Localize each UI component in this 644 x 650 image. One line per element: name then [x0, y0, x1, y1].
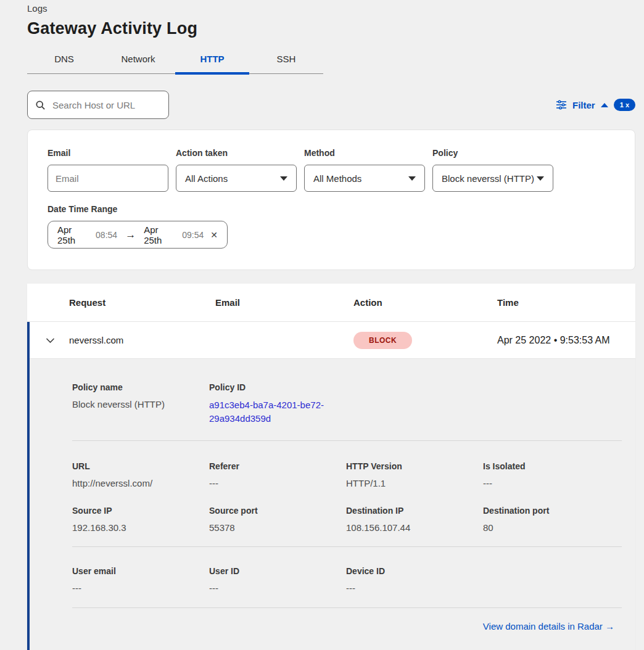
user-email-label: User email [72, 566, 209, 576]
start-time: 08:54 [96, 230, 117, 240]
policy-name-label: Policy name [72, 382, 209, 392]
policy-section: Policy name Block neverssl (HTTP) Policy… [72, 382, 622, 426]
request-section-row2: Source IP 192.168.30.3 Source port 55378… [72, 506, 622, 534]
gateway-activity-log-page: Logs Gateway Activity Log DNS Network HT… [0, 0, 644, 650]
activity-log-table: Request Email Action Time neverssl.com B… [27, 284, 635, 650]
policy-id-label: Policy ID [209, 382, 346, 392]
tab-network[interactable]: Network [101, 54, 175, 73]
email-filter-input[interactable] [47, 165, 168, 192]
email-filter-label: Email [47, 148, 168, 158]
filter-toggle-button[interactable]: Filter [572, 100, 595, 110]
user-id-value: --- [209, 582, 346, 594]
column-header-request: Request [69, 297, 215, 308]
policy-id-link[interactable]: a91c3eb4-ba7a-4201-be72-29a934dd359d [209, 398, 326, 426]
view-domain-radar-link[interactable]: View domain details in Radar → [483, 621, 614, 631]
search-icon [35, 100, 46, 110]
destination-port-item: Destination port 80 [483, 506, 622, 534]
table-header-row: Request Email Action Time [27, 284, 635, 322]
destination-port-label: Destination port [483, 506, 622, 516]
radar-link-row: View domain details in Radar → [72, 621, 622, 632]
row-details-panel: Policy name Block neverssl (HTTP) Policy… [30, 359, 635, 650]
action-taken-field: Action taken All Actions [176, 148, 297, 192]
url-label: URL [72, 461, 209, 471]
source-ip-label: Source IP [72, 506, 209, 516]
referer-value: --- [209, 477, 346, 490]
user-email-value: --- [72, 582, 209, 594]
http-version-label: HTTP Version [346, 461, 483, 471]
date-time-range-label: Date Time Range [47, 204, 615, 214]
url-item: URL http://neverssl.com/ [72, 461, 209, 490]
is-isolated-label: Is Isolated [483, 461, 622, 471]
row-request: neverssl.com [69, 335, 215, 345]
tab-dns[interactable]: DNS [27, 54, 101, 73]
filter-count-badge[interactable]: 1 x [614, 99, 635, 111]
table-row[interactable]: neverssl.com BLOCK Apr 25 2022 • 9:53:53… [30, 322, 635, 359]
search-input[interactable] [51, 99, 161, 111]
user-section: User email --- User ID --- Device ID --- [72, 566, 622, 594]
user-id-item: User ID --- [209, 566, 346, 594]
policy-id-item: Policy ID a91c3eb4-ba7a-4201-be72-29a934… [209, 382, 346, 426]
policy-field: Policy Block neverssl (HTTP) [432, 148, 553, 192]
start-date: Apr 25th [57, 224, 89, 245]
expanded-row-container: neverssl.com BLOCK Apr 25 2022 • 9:53:53… [27, 322, 635, 650]
policy-value: Block neverssl (HTTP) [442, 173, 534, 184]
collapse-caret-icon[interactable] [601, 103, 608, 107]
action-taken-select[interactable]: All Actions [176, 165, 297, 192]
method-field: Method All Methods [304, 148, 425, 192]
section-divider [72, 440, 622, 441]
method-label: Method [304, 148, 425, 158]
destination-ip-item: Destination IP 108.156.107.44 [346, 506, 483, 534]
date-range-picker[interactable]: Apr 25th 08:54 → Apr 25th 09:54 ✕ [47, 221, 228, 249]
is-isolated-item: Is Isolated --- [483, 461, 622, 490]
policy-label: Policy [432, 148, 553, 158]
email-filter-field: Email [47, 148, 168, 192]
device-id-item: Device ID --- [346, 566, 483, 594]
source-ip-item: Source IP 192.168.30.3 [72, 506, 209, 534]
method-select[interactable]: All Methods [304, 165, 425, 192]
filter-panel: Email Action taken All Actions Method Al… [27, 130, 635, 270]
chevron-down-icon [280, 176, 287, 181]
url-value: http://neverssl.com/ [72, 477, 209, 490]
date-time-range-field: Date Time Range Apr 25th 08:54 → Apr 25t… [47, 204, 615, 249]
section-divider [72, 607, 622, 608]
toolbar: Filter 1 x [27, 91, 635, 119]
page-title: Gateway Activity Log [27, 19, 635, 38]
column-header-action: Action [353, 297, 497, 308]
action-taken-value: All Actions [185, 173, 228, 184]
column-header-email: Email [215, 297, 353, 308]
tab-ssh[interactable]: SSH [249, 54, 323, 73]
http-version-item: HTTP Version HTTP/1.1 [346, 461, 483, 490]
clear-date-range-icon[interactable]: ✕ [210, 230, 218, 240]
device-id-label: Device ID [346, 566, 483, 576]
block-status-badge: BLOCK [353, 332, 412, 349]
tab-http[interactable]: HTTP [175, 54, 249, 73]
policy-select[interactable]: Block neverssl (HTTP) [432, 165, 553, 192]
source-port-item: Source port 55378 [209, 506, 346, 534]
row-expand-chevron-icon[interactable] [30, 337, 69, 344]
user-email-item: User email --- [72, 566, 209, 594]
section-divider [72, 546, 622, 547]
destination-port-value: 80 [483, 522, 622, 534]
breadcrumb: Logs [27, 0, 635, 14]
referer-label: Referer [209, 461, 346, 471]
user-id-label: User ID [209, 566, 346, 576]
http-version-value: HTTP/1.1 [346, 477, 483, 490]
is-isolated-value: --- [483, 477, 622, 490]
device-id-value: --- [346, 582, 483, 594]
end-time: 09:54 [182, 230, 204, 240]
log-type-tabs: DNS Network HTTP SSH [27, 54, 323, 74]
chevron-down-icon [408, 176, 416, 181]
policy-name-value: Block neverssl (HTTP) [72, 398, 209, 411]
destination-ip-value: 108.156.107.44 [346, 522, 483, 534]
column-header-time: Time [497, 297, 635, 308]
method-value: All Methods [313, 173, 361, 184]
filter-controls: Filter 1 x [556, 99, 635, 111]
row-action-cell: BLOCK [353, 332, 497, 349]
chevron-down-icon [537, 176, 544, 181]
source-ip-value: 192.168.30.3 [72, 522, 209, 534]
action-taken-label: Action taken [176, 148, 297, 158]
search-box[interactable] [27, 91, 169, 119]
filter-sliders-icon [556, 100, 567, 110]
request-section-row1: URL http://neverssl.com/ Referer --- HTT… [72, 461, 622, 490]
row-time: Apr 25 2022 • 9:53:53 AM [497, 335, 635, 346]
